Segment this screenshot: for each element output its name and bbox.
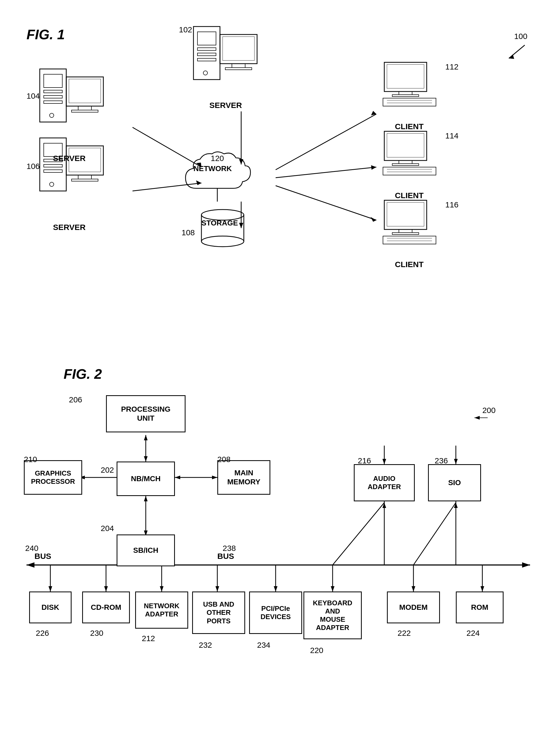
svg-marker-107 [412,586,415,591]
svg-rect-43 [69,148,101,172]
ref-210: 210 [24,455,37,464]
svg-rect-28 [44,90,62,93]
server-102-icon [191,21,260,107]
svg-marker-15 [370,217,376,222]
svg-rect-53 [399,92,412,95]
ref-104: 104 [26,92,40,100]
svg-marker-85 [383,459,386,464]
svg-rect-24 [232,64,245,68]
ref-224: 224 [466,629,480,638]
svg-marker-103 [274,586,277,591]
svg-rect-42 [66,146,103,175]
server-106-icon [37,133,106,218]
ref-108: 108 [181,228,195,237]
svg-rect-37 [44,143,62,157]
cd-rom-box: CD-ROM [82,591,130,623]
ref-106: 106 [26,162,40,171]
svg-rect-39 [44,164,62,167]
nb-mch-box: NB/MCH [117,462,175,496]
svg-rect-19 [197,53,216,56]
audio-adapter-box: AUDIO ADAPTER [354,464,415,501]
svg-rect-27 [44,74,62,88]
svg-rect-20 [197,59,216,61]
bus2-label: BUS [217,552,234,561]
svg-rect-30 [44,101,62,103]
ref-204: 204 [101,524,114,533]
storage-svg [196,207,249,249]
graphics-processor-box: GRAPHICS PROCESSOR [24,460,82,495]
svg-marker-13 [371,165,376,170]
svg-marker-73 [144,435,148,440]
ref-220: 220 [310,646,323,655]
ref-114: 114 [445,131,459,140]
svg-rect-45 [72,179,98,181]
svg-marker-101 [216,586,219,591]
svg-marker-77 [212,475,217,479]
svg-marker-89 [26,562,34,568]
svg-rect-51 [384,62,427,92]
keyboard-mouse-box: KEYBOARD AND MOUSE ADAPTER [303,591,362,639]
modem-box: MODEM [387,591,440,623]
storage-icon: STORAGE [196,207,249,250]
fig2-label: FIG. 2 [64,366,102,382]
client-112-svg [382,61,440,109]
svg-marker-115 [474,416,480,420]
ref-212: 212 [142,634,155,643]
server-106-svg [37,133,106,217]
fig1-diagram: FIG. 1 100 [10,10,549,345]
svg-marker-82 [144,496,148,501]
client-114-label: CLIENT [395,191,423,200]
ref-208: 208 [217,455,230,464]
svg-marker-87 [454,459,458,464]
network-label: NETWORK [193,164,232,173]
svg-rect-69 [383,236,436,244]
sio-box: SIO [428,464,481,501]
svg-rect-32 [66,77,103,106]
svg-rect-17 [197,32,216,45]
svg-rect-25 [225,68,252,70]
svg-rect-58 [384,131,427,161]
client-112-icon [382,61,440,110]
ref-226: 226 [36,629,49,638]
server-102-svg [191,21,260,106]
ref-200: 200 [482,406,495,415]
svg-rect-59 [387,134,424,157]
processing-unit-box: PROCESSING UNIT [106,395,186,433]
svg-point-41 [50,182,54,186]
fig2-diagram: FIG. 2 200 [10,361,549,738]
client-116-icon [382,199,440,248]
svg-rect-22 [220,34,257,64]
svg-line-0 [509,45,525,59]
svg-point-21 [203,71,208,75]
svg-marker-90 [522,562,530,568]
svg-rect-66 [387,202,424,226]
svg-line-110 [333,502,384,565]
ref-112: 112 [445,62,459,71]
rom-box: ROM [456,591,504,623]
svg-rect-18 [197,48,216,50]
sb-ich-box: SB/ICH [117,535,175,566]
svg-rect-35 [72,110,98,112]
ref-120: 120 [211,154,224,163]
pci-devices-box: PCI/PCIe DEVICES [249,591,302,634]
svg-rect-23 [223,37,254,61]
svg-rect-60 [399,161,412,164]
ref-238: 238 [223,544,236,553]
svg-marker-113 [454,502,458,508]
ref-240: 240 [25,544,39,553]
svg-point-31 [50,113,54,117]
fig2-svg [10,361,549,738]
svg-marker-111 [383,502,386,508]
svg-marker-1 [509,54,514,59]
bus1-label: BUS [34,552,51,561]
svg-marker-11 [371,111,376,115]
client-114-svg [382,130,440,178]
client-112-label: CLIENT [395,122,423,131]
ref-216: 216 [358,456,371,465]
svg-rect-65 [384,200,427,230]
ref-102: 102 [179,25,192,34]
ref-200-label [474,414,490,422]
svg-rect-29 [44,95,62,98]
svg-rect-55 [383,98,436,106]
svg-line-112 [413,502,456,565]
